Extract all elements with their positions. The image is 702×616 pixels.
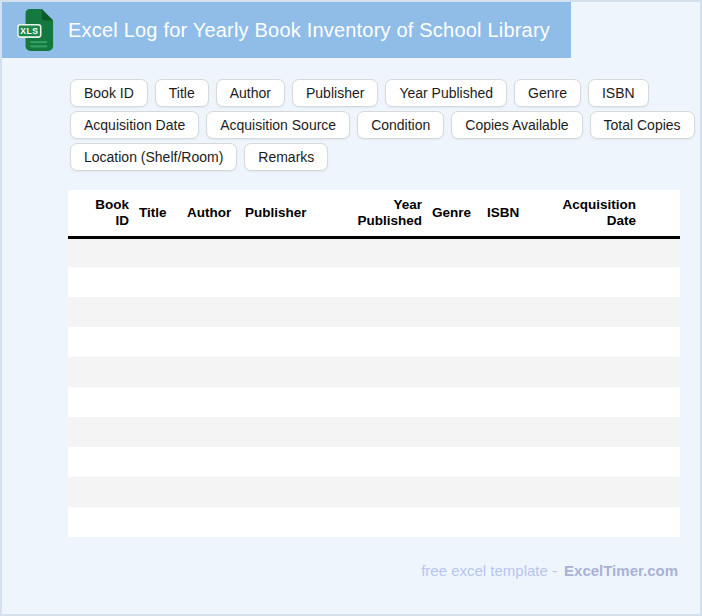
table-cell <box>427 297 482 327</box>
table-cell <box>135 387 182 417</box>
table-cell <box>482 327 537 357</box>
table-row <box>68 267 680 297</box>
table-cell <box>135 297 182 327</box>
header-bar: XLS Excel Log for Yearly Book Inventory … <box>2 2 571 58</box>
table-row <box>68 417 680 447</box>
column-header-author: Author <box>182 190 241 237</box>
chip-book-id[interactable]: Book ID <box>70 79 148 107</box>
table-cell <box>482 387 537 417</box>
table-cell <box>427 357 482 387</box>
table-cell <box>182 507 241 537</box>
table-cell <box>317 357 427 387</box>
table-cell <box>135 477 182 507</box>
table-cell <box>317 477 427 507</box>
column-header-genre: Genre <box>427 190 482 237</box>
page-title: Excel Log for Yearly Book Inventory of S… <box>68 19 550 42</box>
chip-author[interactable]: Author <box>216 79 285 107</box>
table-cell <box>68 387 135 417</box>
table-cell <box>482 507 537 537</box>
table-cell <box>427 477 482 507</box>
table-row <box>68 447 680 477</box>
table-cell <box>182 387 241 417</box>
chip-copies-available[interactable]: Copies Available <box>451 111 582 139</box>
table-cell <box>482 357 537 387</box>
table-cell <box>537 297 680 327</box>
table-cell <box>241 387 317 417</box>
chip-isbn[interactable]: ISBN <box>588 79 649 107</box>
table-row <box>68 387 680 417</box>
table-cell <box>482 417 537 447</box>
table-cell <box>182 477 241 507</box>
table-cell <box>135 357 182 387</box>
table-cell <box>482 447 537 477</box>
table-cell <box>68 477 135 507</box>
table-cell <box>537 387 680 417</box>
chip-acquisition-date[interactable]: Acquisition Date <box>70 111 199 139</box>
table-cell <box>317 447 427 477</box>
table-cell <box>135 327 182 357</box>
column-header-book-id: Book ID <box>68 190 135 237</box>
table-cell <box>241 447 317 477</box>
table-cell <box>537 327 680 357</box>
table-cell <box>537 357 680 387</box>
table-cell <box>427 387 482 417</box>
table-cell <box>427 267 482 297</box>
table-cell <box>317 237 427 267</box>
table-cell <box>68 267 135 297</box>
table-cell <box>482 267 537 297</box>
chip-total-copies[interactable]: Total Copies <box>590 111 695 139</box>
chip-row-2: Acquisition Date Acquisition Source Cond… <box>70 111 680 139</box>
table-cell <box>241 357 317 387</box>
footer: free excel template -ExcelTimer.com <box>2 562 678 579</box>
chip-genre[interactable]: Genre <box>514 79 581 107</box>
chip-acquisition-source[interactable]: Acquisition Source <box>206 111 350 139</box>
chip-remarks[interactable]: Remarks <box>244 143 328 171</box>
table-cell <box>241 417 317 447</box>
chip-year-published[interactable]: Year Published <box>385 79 507 107</box>
xls-file-icon: XLS <box>17 8 55 52</box>
table-cell <box>182 327 241 357</box>
inventory-table: Book ID Title Author Publisher Year Publ… <box>68 190 680 537</box>
table-body <box>68 237 680 537</box>
column-header-acquisition-date: Acquisition Date <box>537 190 680 237</box>
table-cell <box>241 327 317 357</box>
chip-publisher[interactable]: Publisher <box>292 79 378 107</box>
table-cell <box>68 447 135 477</box>
table-cell <box>68 237 135 267</box>
table-cell <box>537 507 680 537</box>
chip-location-shelf-room[interactable]: Location (Shelf/Room) <box>70 143 237 171</box>
table-row <box>68 507 680 537</box>
footer-brand-link[interactable]: ExcelTimer.com <box>564 562 678 579</box>
table-cell <box>68 297 135 327</box>
table-cell <box>317 417 427 447</box>
column-header-title: Title <box>135 190 182 237</box>
table-cell <box>182 237 241 267</box>
table-row <box>68 327 680 357</box>
table-cell <box>317 387 427 417</box>
table-cell <box>482 297 537 327</box>
table-cell <box>182 267 241 297</box>
table-cell <box>135 237 182 267</box>
table-cell <box>241 507 317 537</box>
table-cell <box>427 417 482 447</box>
table-cell <box>135 417 182 447</box>
chip-row-1: Book ID Title Author Publisher Year Publ… <box>70 79 680 107</box>
table-cell <box>317 267 427 297</box>
table-cell <box>182 357 241 387</box>
column-header-isbn: ISBN <box>482 190 537 237</box>
table-cell <box>68 507 135 537</box>
table-row <box>68 477 680 507</box>
table-cell <box>241 297 317 327</box>
table-cell <box>537 417 680 447</box>
table-cell <box>241 237 317 267</box>
table-cell <box>482 477 537 507</box>
chip-title[interactable]: Title <box>155 79 209 107</box>
table-cell <box>317 327 427 357</box>
chip-row-3: Location (Shelf/Room) Remarks <box>70 143 680 171</box>
table-cell <box>68 327 135 357</box>
table-cell <box>537 447 680 477</box>
chip-condition[interactable]: Condition <box>357 111 444 139</box>
table-row <box>68 237 680 267</box>
table-cell <box>241 477 317 507</box>
table-header-row: Book ID Title Author Publisher Year Publ… <box>68 190 680 237</box>
